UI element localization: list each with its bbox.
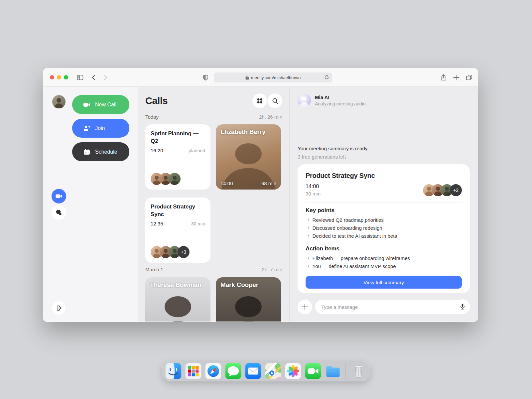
facetime-icon[interactable] — [305, 363, 321, 379]
user-avatar[interactable] — [52, 95, 66, 108]
calls-panel: Calls — [138, 87, 290, 322]
participants-avatars — [151, 173, 181, 185]
join-button[interactable]: Join — [72, 119, 129, 138]
trash-icon[interactable] — [351, 363, 367, 379]
section-label: Today — [145, 114, 159, 120]
participants-avatars: +3 — [151, 246, 190, 258]
section-total-duration: 2h. 7 min — [262, 267, 282, 272]
summary-time: 14:00 — [306, 184, 321, 190]
divider — [306, 202, 462, 202]
action-item: •Elizabeth — prepare onboarding wirefram… — [306, 254, 462, 262]
view-full-summary-button[interactable]: View full summary — [306, 276, 462, 289]
finder-icon[interactable] — [166, 363, 182, 379]
safari-icon[interactable] — [205, 363, 221, 379]
forward-button[interactable] — [102, 74, 109, 81]
traffic-lights — [50, 75, 68, 79]
avatar — [169, 173, 181, 185]
grid-icon — [257, 98, 263, 104]
maps-icon[interactable] — [265, 363, 281, 379]
bullet-icon: • — [308, 232, 310, 240]
page-title: Calls — [145, 95, 168, 106]
video-camera-icon — [83, 101, 90, 108]
call-duration: 68 min — [261, 181, 276, 186]
assistant-name: Mia AI — [315, 94, 369, 100]
call-card-theresa-bowman[interactable]: Theresa Bowman — [145, 277, 210, 322]
key-points-heading: Key points — [306, 207, 462, 214]
launchpad-icon[interactable] — [186, 363, 201, 379]
search-icon — [272, 98, 278, 104]
call-title: Product Strategy Sync — [151, 203, 205, 218]
section-march-1: March 1 2h. 7 min — [145, 267, 282, 272]
schedule-button[interactable]: Schedule — [72, 142, 129, 161]
bullet-icon: • — [308, 216, 310, 224]
assistant-panel: Mia AI Analyzing meeting audio... Your m… — [290, 87, 478, 322]
more-participants-badge: +3 — [178, 246, 190, 258]
address-bar[interactable]: meetly.com/michaelbrown — [214, 72, 332, 82]
participants-avatars: +2 — [423, 184, 462, 196]
photos-icon[interactable] — [285, 363, 301, 379]
share-icon[interactable] — [440, 74, 447, 81]
dock-divider — [346, 363, 346, 379]
call-time: 14:00 — [220, 181, 233, 186]
nav-chats-button[interactable] — [52, 205, 66, 220]
caller-name: Mark Cooper — [220, 281, 258, 289]
call-card-mark-cooper[interactable]: Mark Cooper — [216, 277, 281, 322]
plus-icon — [302, 304, 308, 310]
folder-icon[interactable] — [325, 363, 341, 379]
message-input[interactable] — [315, 300, 470, 314]
logout-button[interactable] — [52, 301, 66, 315]
caller-name: Theresa Bowman — [150, 281, 201, 289]
call-time: 12:35 — [151, 221, 163, 226]
zoom-window-button[interactable] — [64, 75, 68, 79]
app-sidebar: New Call Join Schedule — [43, 87, 138, 322]
search-button[interactable] — [268, 93, 282, 108]
assistant-message: Your meeting summary is ready 3 free gen… — [298, 146, 470, 160]
privacy-shield-icon[interactable] — [203, 74, 208, 81]
grid-view-button[interactable] — [252, 93, 267, 108]
nav-calls-button[interactable] — [52, 189, 66, 203]
action-items-heading: Action items — [306, 245, 462, 252]
browser-toolbar: meetly.com/michaelbrown — [43, 68, 478, 87]
reload-icon[interactable] — [324, 75, 329, 80]
key-point: •Decided to test the AI assistant in bet… — [306, 232, 462, 240]
section-total-duration: 2h. 26 min — [259, 114, 282, 120]
call-card-elizabeth-berry[interactable]: Elizabeth Berry 14:00 68 min — [216, 124, 281, 190]
back-button[interactable] — [90, 74, 97, 81]
messages-icon[interactable] — [225, 363, 241, 379]
summary-ready-text: Your meeting summary is ready — [298, 146, 470, 151]
browser-window: meetly.com/michaelbrown — [43, 68, 478, 322]
call-title: Sprint Planning — Q2 — [151, 130, 205, 145]
message-composer — [298, 300, 470, 314]
attach-button[interactable] — [298, 300, 312, 314]
action-item: •You — define AI assistant MVP scope — [306, 262, 462, 270]
macos-dock — [162, 361, 370, 381]
call-card-sprint-planning[interactable]: Sprint Planning — Q2 16:20 planned — [145, 124, 210, 190]
mail-icon[interactable] — [245, 363, 261, 379]
logout-icon — [56, 305, 62, 311]
call-status: planned — [189, 148, 205, 153]
url-text: meetly.com/michaelbrown — [251, 75, 301, 80]
new-tab-icon[interactable] — [453, 74, 460, 81]
call-card-product-strategy[interactable]: Product Strategy Sync 12:35 30 min +3 — [145, 198, 210, 263]
bullet-icon: • — [308, 262, 310, 270]
assistant-status: Analyzing meeting audio... — [315, 101, 369, 106]
voice-message-button[interactable] — [455, 299, 470, 314]
assistant-avatar[interactable] — [298, 94, 311, 107]
meeting-summary-card: Product Strategy Sync 14:00 30 min +2 Ke… — [298, 164, 470, 293]
summary-duration: 30 min — [306, 191, 321, 197]
video-camera-icon — [55, 193, 63, 200]
join-label: Join — [95, 125, 105, 131]
tab-overview-icon[interactable] — [466, 74, 473, 81]
minimize-window-button[interactable] — [57, 75, 61, 79]
calendar-icon — [83, 148, 90, 156]
new-call-button[interactable]: New Call — [72, 95, 129, 114]
chat-bubbles-icon — [55, 209, 63, 216]
key-point: •Discussed onboarding redesign — [306, 224, 462, 232]
person-add-icon — [83, 125, 90, 132]
section-today: Today 2h. 26 min — [145, 114, 282, 120]
microphone-icon — [459, 303, 466, 310]
caller-name: Elizabeth Berry — [220, 128, 265, 136]
close-window-button[interactable] — [50, 75, 54, 79]
call-duration: 30 min — [191, 221, 205, 226]
sidebar-toggle-icon[interactable] — [76, 74, 84, 81]
